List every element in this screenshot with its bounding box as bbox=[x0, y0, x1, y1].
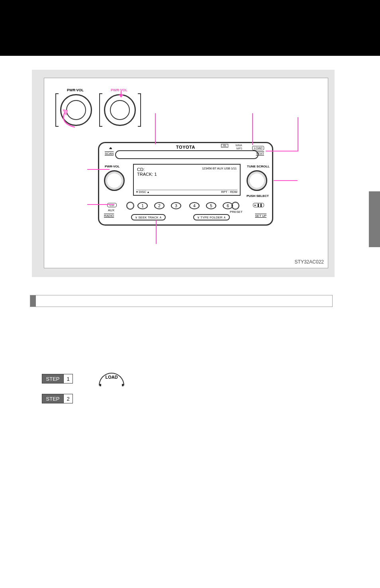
preset-6[interactable]: 6 bbox=[223, 202, 233, 209]
step-2-number: 2 bbox=[64, 394, 73, 403]
car-audio-headunit: TOYOTA JBL WMA MP3 ⏏ SCAN LOAD TEXT PWR·… bbox=[98, 142, 273, 226]
power-volume-knob[interactable] bbox=[104, 170, 125, 191]
page-side-tab bbox=[369, 191, 380, 247]
lcd-rpt-rdm: RPT · RDM bbox=[221, 190, 237, 194]
aux-button[interactable]: AUX bbox=[108, 208, 114, 212]
leader-line bbox=[252, 113, 253, 145]
zoom-knob-power: PWR·VOL bbox=[60, 94, 92, 126]
tune-scroll-label: TUNE SCROLL bbox=[247, 165, 270, 168]
step-label: STEP bbox=[42, 394, 64, 403]
lcd-mode: CD: bbox=[137, 167, 145, 172]
pwr-vol-label: PWR·VOL bbox=[67, 88, 84, 92]
zoom-bracket-mid bbox=[99, 93, 102, 127]
lcd-display: CD: 123456 BT AUX USB 1/11 TRACK: 1 ▾ DI… bbox=[133, 164, 241, 196]
wma-badge: WMA bbox=[235, 144, 242, 147]
figure-code: STY32AC022 bbox=[295, 259, 324, 265]
lcd-disc-controls: ▾ DISC ▴ bbox=[136, 190, 149, 194]
page-header-black-bar bbox=[0, 0, 380, 56]
leader-line bbox=[156, 220, 157, 244]
mp3-badge: MP3 bbox=[237, 147, 242, 150]
leader-line bbox=[155, 113, 156, 144]
leader-line bbox=[87, 204, 114, 205]
turn-arrow-icon bbox=[59, 109, 79, 131]
figure-inner: PWR·VOL PWR·VOL TOYOTA JBL WMA MP3 ⏏ SCA… bbox=[44, 78, 328, 268]
preset-3[interactable]: 3 bbox=[171, 202, 181, 209]
eject-icon[interactable]: ⏏ bbox=[109, 146, 112, 150]
preset-4[interactable]: 4 bbox=[189, 202, 200, 209]
leader-line bbox=[274, 180, 298, 181]
lcd-track: TRACK: 1 bbox=[137, 172, 157, 177]
preset-1[interactable]: 1 bbox=[137, 202, 148, 209]
push-select-label: PUSH SELECT bbox=[247, 194, 269, 198]
step-2-badge: STEP 2 bbox=[42, 394, 73, 403]
setup-button[interactable]: SET UP bbox=[255, 214, 266, 218]
press-arrow-icon bbox=[117, 91, 125, 98]
zoom-bracket-right bbox=[138, 93, 141, 127]
section-heading-bar bbox=[30, 295, 333, 307]
lcd-right-icons: 123456 BT AUX USB 1/11 bbox=[202, 167, 237, 172]
zoom-knob-press: PWR·VOL bbox=[104, 94, 136, 126]
load-button-text: LOAD bbox=[105, 375, 118, 380]
tune-scroll-knob[interactable] bbox=[247, 170, 267, 191]
preset-5[interactable]: 5 bbox=[206, 202, 216, 209]
preset-label: PRESET bbox=[230, 210, 243, 214]
scan-button[interactable]: SCAN bbox=[105, 152, 114, 155]
load-button-illustration: LOAD bbox=[99, 373, 124, 385]
jbl-badge: JBL bbox=[221, 144, 228, 147]
preset-2[interactable]: 2 bbox=[154, 202, 165, 209]
play-pause-button[interactable]: ▸·❚❚ bbox=[253, 203, 264, 207]
leader-line bbox=[87, 169, 110, 170]
step-1-badge: STEP 1 bbox=[42, 374, 73, 383]
seek-track-button[interactable]: ∨ SEEK TRACK ∧ bbox=[131, 214, 166, 220]
step-1-number: 1 bbox=[64, 374, 73, 383]
leader-line bbox=[266, 151, 298, 151]
brand-label: TOYOTA bbox=[99, 145, 272, 149]
zoom-bracket-left bbox=[55, 93, 59, 127]
pwr-vol-label-main: PWR·VOL bbox=[105, 165, 119, 168]
small-knob-left[interactable] bbox=[126, 202, 134, 210]
type-folder-button[interactable]: ∨ TYPE FOLDER ∧ bbox=[193, 214, 230, 220]
cd-button[interactable]: CD bbox=[107, 203, 117, 207]
figure-panel: PWR·VOL PWR·VOL TOYOTA JBL WMA MP3 ⏏ SCA… bbox=[32, 70, 335, 277]
load-button[interactable]: LOAD bbox=[252, 146, 264, 150]
leader-line bbox=[298, 117, 298, 151]
cd-slot[interactable] bbox=[115, 150, 259, 159]
step-label: STEP bbox=[42, 374, 64, 383]
radio-button[interactable]: RADIO bbox=[104, 214, 114, 218]
section-heading-stub bbox=[30, 295, 36, 307]
